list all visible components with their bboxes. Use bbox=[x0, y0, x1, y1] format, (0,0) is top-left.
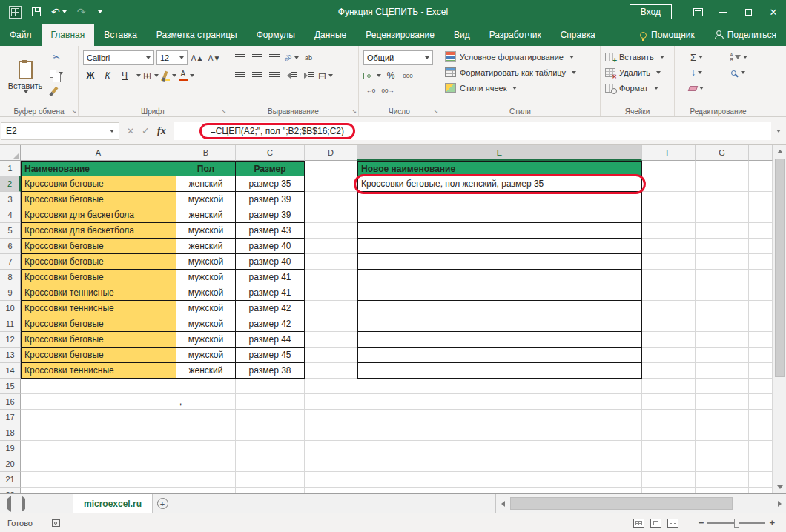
cell-D16[interactable] bbox=[305, 394, 357, 410]
cell-A15[interactable] bbox=[21, 379, 176, 394]
row-header-9[interactable]: 9 bbox=[0, 285, 21, 301]
cell-E21[interactable] bbox=[357, 472, 642, 488]
cell-B10[interactable]: мужской bbox=[176, 301, 236, 316]
row-header-19[interactable]: 19 bbox=[0, 441, 21, 456]
comma-style-button[interactable]: 000 bbox=[400, 69, 415, 82]
cell-B9[interactable]: мужской bbox=[176, 285, 236, 301]
cell-E18[interactable] bbox=[357, 425, 642, 441]
row-header-13[interactable]: 13 bbox=[0, 348, 21, 363]
cell-B20[interactable] bbox=[176, 456, 236, 472]
font-color-button[interactable]: А bbox=[179, 69, 194, 82]
cell-B11[interactable]: мужской bbox=[176, 316, 236, 332]
cell-D7[interactable] bbox=[305, 254, 357, 270]
cell-C4[interactable]: размер 39 bbox=[236, 207, 305, 223]
cell-G5[interactable] bbox=[696, 223, 749, 239]
ribbon-tab-рецензирование[interactable]: Рецензирование bbox=[356, 24, 444, 46]
minimize-button[interactable] bbox=[710, 0, 736, 24]
cell-C14[interactable]: размер 38 bbox=[236, 363, 305, 379]
cell-F4[interactable] bbox=[642, 207, 696, 223]
cell-partial-17[interactable] bbox=[749, 410, 773, 425]
cell-D15[interactable] bbox=[305, 379, 357, 394]
align-left-button[interactable] bbox=[233, 69, 248, 82]
cell-C6[interactable]: размер 40 bbox=[236, 239, 305, 254]
row-header-15[interactable]: 15 bbox=[0, 379, 21, 394]
sort-filter-button[interactable]: АЯ bbox=[720, 50, 757, 64]
ribbon-tab-вид[interactable]: Вид bbox=[444, 24, 480, 46]
cell-A14[interactable]: Кроссовки теннисные bbox=[21, 363, 176, 379]
cell-F12[interactable] bbox=[642, 332, 696, 348]
cell-styles-button[interactable]: Стили ячеек bbox=[445, 80, 595, 96]
cell-C1[interactable]: Размер bbox=[236, 161, 305, 176]
font-family-combo[interactable]: Calibri bbox=[83, 50, 154, 65]
format-as-table-button[interactable]: Форматировать как таблицу bbox=[445, 64, 595, 80]
row-header-8[interactable]: 8 bbox=[0, 270, 21, 285]
assistant-button[interactable]: Помощник bbox=[630, 24, 704, 46]
cell-F2[interactable] bbox=[642, 176, 696, 192]
zoom-out-button[interactable]: − bbox=[695, 517, 708, 528]
clipboard-dialog-launcher[interactable] bbox=[71, 108, 76, 115]
cell-E11[interactable] bbox=[357, 316, 642, 332]
cell-partial-5[interactable] bbox=[749, 223, 773, 239]
format-painter-button[interactable] bbox=[49, 83, 64, 96]
cell-partial-1[interactable] bbox=[749, 161, 773, 176]
cell-partial-12[interactable] bbox=[749, 332, 773, 348]
cell-E8[interactable] bbox=[357, 270, 642, 285]
scroll-up-button[interactable] bbox=[773, 145, 786, 158]
cell-C21[interactable] bbox=[236, 472, 305, 488]
cell-partial-21[interactable] bbox=[749, 472, 773, 488]
cell-D1[interactable] bbox=[305, 161, 357, 176]
cell-G22[interactable] bbox=[696, 488, 749, 493]
cell-D5[interactable] bbox=[305, 223, 357, 239]
save-button[interactable] bbox=[32, 7, 41, 16]
row-header-20[interactable]: 20 bbox=[0, 456, 21, 472]
cell-G1[interactable] bbox=[696, 161, 749, 176]
cell-D9[interactable] bbox=[305, 285, 357, 301]
cell-partial-11[interactable] bbox=[749, 316, 773, 332]
horizontal-scroll-track[interactable] bbox=[509, 494, 773, 513]
orientation-button[interactable]: ab bbox=[284, 51, 299, 64]
cell-A6[interactable]: Кроссовки беговые bbox=[21, 239, 176, 254]
find-select-button[interactable] bbox=[720, 66, 757, 79]
horizontal-scroll-thumb[interactable] bbox=[510, 497, 733, 510]
row-header-21[interactable]: 21 bbox=[0, 472, 21, 488]
column-header-partial[interactable] bbox=[749, 145, 773, 161]
cell-A19[interactable] bbox=[21, 441, 176, 456]
cell-G7[interactable] bbox=[696, 254, 749, 270]
vertical-scroll-track[interactable] bbox=[773, 158, 786, 481]
format-cells-button[interactable]: Формат bbox=[605, 80, 670, 96]
cell-G21[interactable] bbox=[696, 472, 749, 488]
row-header-7[interactable]: 7 bbox=[0, 254, 21, 270]
row-header-2[interactable]: 2 bbox=[0, 176, 21, 192]
cell-F1[interactable] bbox=[642, 161, 696, 176]
align-right-button[interactable] bbox=[267, 69, 282, 82]
fill-button[interactable] bbox=[679, 66, 714, 79]
ribbon-tab-разработчик[interactable]: Разработчик bbox=[480, 24, 551, 46]
cell-A22[interactable] bbox=[21, 488, 176, 493]
cancel-formula-icon[interactable] bbox=[127, 126, 134, 136]
cell-C11[interactable]: размер 42 bbox=[236, 316, 305, 332]
previous-sheet-button[interactable] bbox=[7, 499, 11, 509]
name-box[interactable]: E2 bbox=[1, 122, 119, 140]
cell-B22[interactable] bbox=[176, 488, 236, 493]
ribbon-tab-разметка-страницы[interactable]: Разметка страницы bbox=[147, 24, 247, 46]
share-button[interactable]: Поделиться bbox=[704, 24, 786, 46]
cell-G4[interactable] bbox=[696, 207, 749, 223]
cell-D6[interactable] bbox=[305, 239, 357, 254]
cell-F19[interactable] bbox=[642, 441, 696, 456]
cell-partial-19[interactable] bbox=[749, 441, 773, 456]
cell-F3[interactable] bbox=[642, 192, 696, 207]
cell-E14[interactable] bbox=[357, 363, 642, 379]
cell-partial-2[interactable] bbox=[749, 176, 773, 192]
zoom-slider-thumb[interactable] bbox=[734, 519, 739, 528]
page-break-view-button[interactable] bbox=[667, 519, 678, 528]
cell-E1[interactable]: Новое наименование bbox=[357, 161, 642, 176]
cell-C10[interactable]: размер 42 bbox=[236, 301, 305, 316]
cell-F8[interactable] bbox=[642, 270, 696, 285]
column-header-B[interactable]: B bbox=[176, 145, 236, 161]
cut-button[interactable] bbox=[49, 50, 64, 64]
cell-A8[interactable]: Кроссовки беговые bbox=[21, 270, 176, 285]
formula-input[interactable]: =СЦЕП(A2;", пол ";B2;$B$16;C2) bbox=[174, 122, 771, 140]
cell-A7[interactable]: Кроссовки беговые bbox=[21, 254, 176, 270]
conditional-formatting-button[interactable]: Условное форматирование bbox=[445, 49, 595, 64]
italic-button[interactable]: К bbox=[100, 69, 115, 82]
